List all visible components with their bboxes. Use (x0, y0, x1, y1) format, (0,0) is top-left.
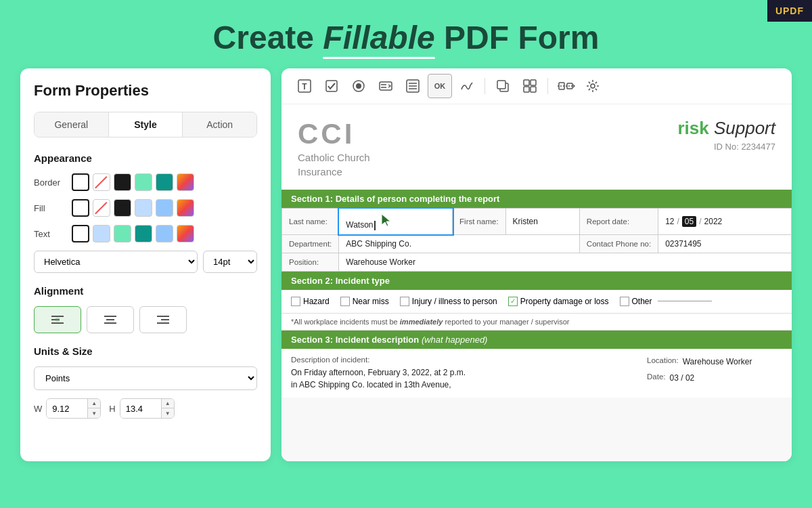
align-left-button[interactable] (34, 306, 81, 333)
fill-swatch-lightblue[interactable] (135, 199, 152, 217)
alignment-buttons (34, 306, 257, 333)
desc-text: On Friday afternoon, February 3, 2022, a… (291, 366, 636, 391)
text-swatch-gradient[interactable] (177, 225, 194, 242)
last-name-value[interactable]: Watson (339, 209, 453, 235)
department-value[interactable]: ABC Shipping Co. (339, 234, 580, 253)
width-input[interactable] (47, 400, 87, 418)
hazard-checkbox[interactable] (291, 297, 300, 306)
text-swatch-lightblue[interactable] (93, 225, 110, 242)
last-name-text: Watson (346, 220, 373, 230)
button-tool-label: OK (434, 82, 446, 90)
border-swatch-mint[interactable] (135, 173, 152, 191)
border-row: Border (34, 173, 257, 191)
height-input[interactable] (120, 400, 161, 418)
width-decrement-button[interactable]: ▼ (88, 408, 100, 418)
pdf-content: CCI Catholic Church Insurance risk Suppo… (281, 104, 792, 461)
font-family-select[interactable]: Helvetica (34, 251, 198, 273)
layout-tool[interactable] (518, 74, 542, 98)
cci-company-name: Catholic Church Insurance (298, 150, 370, 179)
radio-tool[interactable] (346, 74, 371, 98)
pdf-panel: T OK (281, 68, 792, 461)
checkbox-tool[interactable] (319, 74, 344, 98)
report-date-value[interactable]: 12 / 05 / 2022 (658, 209, 792, 235)
last-name-label: Last name: (282, 209, 339, 235)
height-increment-button[interactable]: ▲ (162, 399, 174, 408)
border-swatch-black[interactable] (114, 173, 131, 191)
other-checkbox[interactable] (620, 297, 629, 306)
units-select[interactable]: Points (34, 366, 257, 390)
copy-fields-tool[interactable] (491, 74, 515, 98)
svg-rect-26 (524, 87, 529, 92)
signature-tool[interactable] (455, 74, 479, 98)
width-increment-button[interactable]: ▲ (88, 399, 100, 408)
tab-general[interactable]: General (35, 112, 109, 137)
border-swatch-none[interactable] (93, 173, 110, 191)
location-value: Warehouse Worker (683, 356, 752, 368)
fill-swatch-dark[interactable] (114, 199, 131, 217)
main-layout: Form Properties General Style Action App… (0, 68, 812, 488)
form-properties-panel: Form Properties General Style Action App… (20, 68, 271, 461)
department-label: Department: (282, 234, 339, 253)
name-row: Last name: Watson First name: Kristen Re… (282, 209, 792, 235)
report-date-m: 05 (682, 216, 696, 227)
support-label: Support (714, 118, 775, 138)
other-underline (658, 301, 712, 301)
settings-tool[interactable] (581, 74, 605, 98)
position-row: Position: Warehouse Worker (282, 253, 792, 271)
text-swatch-mint[interactable] (114, 225, 131, 242)
near-miss-item: Near miss (340, 297, 389, 306)
risk-label: risk (677, 118, 708, 138)
report-date-fields: 12 / 05 / 2022 (665, 216, 784, 227)
border-swatch-gradient[interactable] (177, 173, 194, 191)
tab-style[interactable]: Style (109, 112, 183, 137)
department-row: Department: ABC Shipping Co. Contact Pho… (282, 234, 792, 253)
desc-left: Description of incident: On Friday after… (291, 356, 636, 391)
height-field: H ▲ ▼ (109, 398, 174, 419)
contact-value[interactable]: 02371495 (658, 234, 792, 253)
svg-point-31 (591, 84, 595, 88)
injury-checkbox[interactable] (400, 297, 409, 306)
fill-swatch-lightblue2[interactable] (156, 199, 173, 217)
listbox-tool[interactable] (401, 74, 425, 98)
height-decrement-button[interactable]: ▼ (162, 408, 174, 418)
fill-swatch-none[interactable] (93, 199, 110, 217)
font-size-select[interactable]: 14pt (203, 251, 257, 273)
tabs-container: General Style Action (34, 112, 257, 137)
tab-action[interactable]: Action (183, 112, 256, 137)
section3-subtitle: (what happened) (422, 335, 488, 345)
first-name-value[interactable]: Kristen (505, 209, 579, 235)
text-swatch-blue[interactable] (156, 225, 173, 242)
height-spinner: ▲ ▼ (161, 399, 174, 418)
text-swatch-1[interactable] (72, 225, 89, 242)
report-date-y: 2022 (704, 217, 723, 226)
border-swatch-teal[interactable] (156, 173, 173, 191)
property-damage-label: Property damage or loss (520, 297, 609, 306)
svg-rect-3 (55, 318, 60, 322)
note-bold: immediately (400, 318, 443, 326)
align-center-button[interactable] (87, 306, 134, 333)
fill-swatch-gradient[interactable] (177, 199, 194, 217)
date-d-s3: 03 (670, 373, 679, 383)
text-field-tool[interactable]: T (292, 74, 317, 98)
near-miss-checkbox[interactable] (340, 297, 350, 306)
combobox-tool[interactable] (374, 74, 398, 98)
location-row: Location: Warehouse Worker (647, 356, 782, 368)
other-item: Other (620, 297, 712, 306)
align-right-button[interactable] (139, 306, 187, 333)
svg-rect-23 (497, 81, 505, 89)
hazard-item: Hazard (291, 297, 330, 306)
align-fields-tool[interactable] (554, 74, 578, 98)
svg-rect-25 (531, 80, 536, 85)
incident-row: Hazard Near miss Injury / illness to per… (281, 290, 792, 314)
appearance-label: Appearance (34, 152, 257, 164)
report-date-d: 12 (665, 217, 674, 226)
position-value[interactable]: Warehouse Worker (339, 253, 792, 271)
units-section: Units & Size Points W ▲ ▼ H (34, 345, 257, 419)
svg-rect-27 (531, 87, 536, 92)
property-damage-checkbox[interactable]: ✓ (508, 297, 518, 306)
text-swatch-teal[interactable] (135, 225, 152, 242)
toolbar-separator-2 (547, 78, 548, 94)
border-swatch-1[interactable] (72, 173, 89, 191)
fill-swatch-1[interactable] (72, 199, 89, 217)
button-tool[interactable]: OK (428, 74, 452, 98)
